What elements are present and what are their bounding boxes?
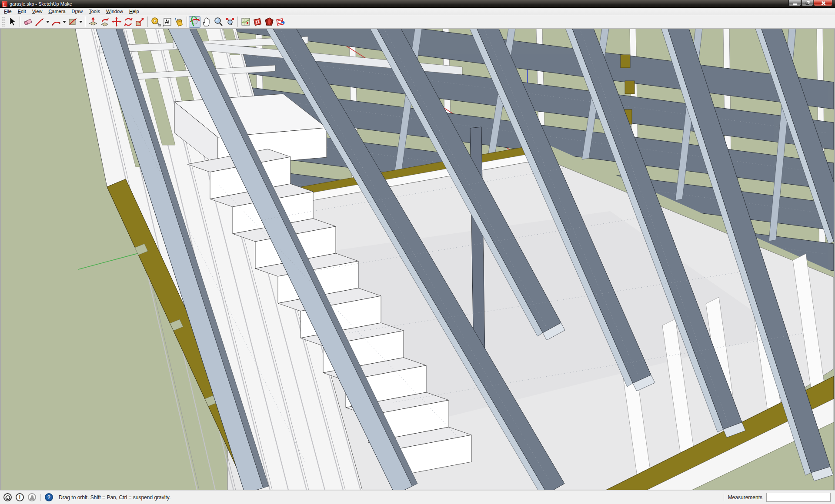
scale-icon (135, 17, 145, 27)
arcs-icon (51, 17, 61, 27)
zoom-icon (213, 17, 224, 27)
tape-measure-icon (150, 17, 161, 27)
sketchup-app-icon (2, 1, 7, 7)
attribution-icon[interactable]: i (16, 493, 24, 501)
toolbar-separator (187, 17, 187, 27)
paint-bucket-tool-button[interactable] (173, 16, 185, 28)
follow-me-tool-button[interactable] (99, 16, 110, 28)
paint-bucket-icon (174, 17, 184, 27)
geolocation-icon[interactable] (3, 493, 12, 501)
chevron-down-icon (46, 21, 50, 23)
menu-draw[interactable]: Draw (69, 8, 86, 14)
push-pull-tool-button[interactable] (87, 16, 99, 28)
line-icon (34, 17, 45, 27)
zoom-extents-tool-button[interactable] (224, 16, 236, 28)
add-location-tool-button[interactable] (240, 16, 251, 28)
toolbar-separator (20, 17, 20, 27)
model-scene (1, 29, 834, 490)
eraser-icon (23, 17, 33, 27)
minimize-icon (793, 3, 797, 5)
toolbar-separator (85, 17, 85, 27)
window-title: garasje.skp - SketchUp Make (10, 1, 72, 7)
chevron-down-icon (63, 21, 66, 23)
orbit-tool-button[interactable] (189, 16, 200, 28)
menu-edit[interactable]: Edit (15, 8, 29, 14)
restore-icon (806, 2, 809, 4)
get-models-tool-button[interactable] (251, 16, 263, 28)
arcs-tool-button[interactable] (50, 16, 62, 28)
shapes-icon (67, 17, 78, 27)
line-dropdown-button[interactable] (45, 16, 50, 28)
status-bar: i ? Drag to orbit. Shift = Pan, Ctrl = s… (0, 490, 835, 504)
chevron-down-icon (79, 21, 83, 23)
line-tool-button[interactable] (33, 16, 45, 28)
eraser-tool-button[interactable] (22, 16, 33, 28)
menu-help[interactable]: Help (126, 8, 142, 14)
measurements-input[interactable] (766, 493, 831, 502)
menu-window[interactable]: Window (103, 8, 126, 14)
extension-warehouse-icon (264, 17, 274, 27)
rotate-icon (123, 17, 134, 27)
menu-camera[interactable]: Camera (45, 8, 68, 14)
status-message: Drag to orbit. Shift = Pan, Ctrl = suspe… (59, 494, 170, 501)
select-tool-button[interactable] (6, 16, 18, 28)
shapes-tool-button[interactable] (67, 16, 78, 28)
add-location-icon (240, 17, 251, 27)
toolbar (0, 15, 835, 29)
rotate-tool-button[interactable] (122, 16, 134, 28)
title-bar: garasje.skp - SketchUp Make (0, 0, 835, 8)
viewport-3d[interactable] (0, 29, 835, 490)
pan-icon (201, 17, 212, 27)
get-models-icon (252, 17, 263, 27)
toolbar-separator (237, 17, 238, 27)
close-button[interactable] (814, 0, 832, 6)
scale-tool-button[interactable] (134, 16, 146, 28)
move-tool-button[interactable] (110, 16, 122, 28)
status-separator (40, 494, 41, 501)
tape-measure-tool-button[interactable] (150, 16, 161, 28)
shapes-dropdown-button[interactable] (78, 16, 83, 28)
minimize-button[interactable] (788, 0, 801, 6)
share-model-tool-button[interactable] (275, 16, 287, 28)
close-icon (821, 1, 825, 5)
select-icon (7, 17, 17, 27)
text-icon (162, 17, 173, 27)
zoom-extents-icon (225, 17, 235, 27)
window-controls (788, 0, 832, 6)
help-icon[interactable]: ? (45, 493, 53, 501)
menu-view[interactable]: View (29, 8, 46, 14)
orbit-icon (190, 17, 200, 27)
menu-file[interactable]: File (1, 8, 15, 14)
toolbar-grip[interactable] (2, 17, 5, 27)
pan-tool-button[interactable] (200, 16, 212, 28)
sign-in-icon[interactable] (28, 493, 36, 501)
measurements-separator (724, 494, 724, 501)
share-model-icon (276, 17, 286, 27)
follow-me-icon (100, 17, 110, 27)
menu-tools[interactable]: Tools (86, 8, 103, 14)
arcs-dropdown-button[interactable] (62, 16, 67, 28)
menu-bar: FileEditViewCameraDrawToolsWindowHelp (0, 8, 835, 15)
extension-warehouse-tool-button[interactable] (263, 16, 275, 28)
push-pull-icon (88, 17, 98, 27)
move-icon (111, 17, 122, 27)
toolbar-separator (147, 17, 148, 27)
restore-button[interactable] (802, 0, 813, 6)
measurements-label: Measurements (728, 494, 762, 501)
text-tool-button[interactable] (161, 16, 173, 28)
zoom-tool-button[interactable] (212, 16, 224, 28)
